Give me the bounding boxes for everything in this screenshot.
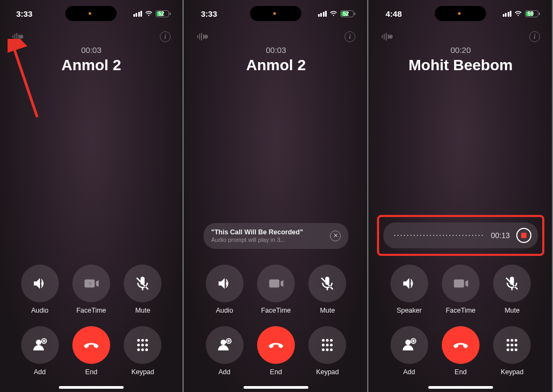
svg-point-44	[507, 344, 509, 347]
keypad-label: Keypad	[316, 368, 339, 376]
info-icon[interactable]: i	[345, 31, 355, 42]
add-call-button[interactable]	[206, 326, 244, 364]
end-call-button[interactable]	[72, 326, 110, 364]
audio-button[interactable]	[21, 265, 59, 302]
svg-point-49	[515, 348, 517, 351]
svg-point-16	[141, 348, 144, 351]
recording-banner: 00:13	[383, 222, 538, 248]
phone-screen-2: 3:33 52 i 00:03 Anmol 2 "This Call Will …	[185, 0, 368, 392]
end-call-button[interactable]	[442, 326, 480, 364]
prompt-subtitle: Audio prompt will play in 3...	[211, 236, 303, 244]
battery-icon: 59	[525, 10, 540, 17]
call-header: 00:03 Anmol 2	[0, 45, 183, 74]
facetime-button[interactable]	[442, 265, 480, 302]
add-label: Add	[34, 368, 46, 376]
call-header: 00:20 Mohit Beebom	[369, 45, 552, 74]
wifi-icon	[145, 11, 153, 17]
svg-point-33	[330, 348, 333, 351]
facetime-label: FaceTime	[76, 307, 106, 314]
svg-point-15	[137, 348, 140, 351]
call-button-grid: Speaker FaceTime Mute Add End Keypad	[369, 265, 552, 376]
svg-point-11	[145, 339, 148, 342]
add-label: Add	[219, 368, 231, 376]
prompt-close-button[interactable]: ✕	[330, 231, 341, 241]
end-call-button[interactable]	[257, 326, 295, 364]
svg-point-4	[19, 35, 23, 38]
svg-point-10	[141, 339, 144, 342]
svg-point-27	[330, 339, 333, 342]
call-button-grid: Audio FaceTime Mute Add End Keypad	[185, 265, 367, 376]
svg-point-39	[405, 340, 410, 345]
svg-point-28	[322, 344, 325, 347]
end-label: End	[270, 368, 282, 376]
svg-point-23	[220, 340, 226, 345]
keypad-button[interactable]	[493, 326, 531, 364]
svg-point-46	[515, 344, 517, 347]
mute-label: Mute	[135, 307, 150, 314]
add-label: Add	[403, 368, 415, 376]
record-waveform-icon[interactable]	[197, 32, 208, 41]
home-indicator[interactable]	[244, 386, 308, 389]
status-time: 3:33	[201, 9, 233, 18]
record-waveform-icon[interactable]	[381, 32, 393, 41]
svg-point-30	[330, 344, 333, 347]
status-bar: 3:33 52	[185, 0, 367, 22]
end-label: End	[455, 368, 467, 376]
info-icon[interactable]: i	[529, 31, 540, 42]
facetime-button[interactable]	[257, 265, 295, 302]
phone-screen-1: 3:33 52 i 00:03 Anmol 2 Audio ?FaceTime …	[0, 0, 184, 392]
status-time: 4:48	[386, 9, 418, 18]
mute-button[interactable]	[493, 265, 531, 302]
facetime-button[interactable]: ?	[72, 265, 110, 302]
recording-waveform	[393, 235, 484, 236]
mute-button[interactable]	[124, 265, 161, 302]
home-indicator[interactable]	[59, 386, 124, 389]
dynamic-island[interactable]	[250, 6, 301, 21]
svg-point-43	[515, 339, 517, 342]
svg-point-29	[326, 344, 329, 347]
recording-prompt-banner: "This Call Will Be Recorded" Audio promp…	[204, 223, 348, 249]
svg-point-17	[145, 348, 148, 351]
call-header: 00:03 Anmol 2	[185, 45, 367, 74]
recording-elapsed: 00:13	[491, 231, 510, 240]
cellular-signal-icon	[503, 11, 512, 17]
audio-label: Audio	[31, 307, 49, 314]
status-right: 52	[318, 10, 356, 17]
cellular-signal-icon	[318, 11, 327, 17]
stop-recording-button[interactable]	[516, 228, 531, 243]
svg-point-45	[511, 344, 514, 347]
facetime-label: FaceTime	[261, 307, 291, 314]
dynamic-island[interactable]	[65, 6, 117, 21]
mute-button[interactable]	[308, 265, 346, 302]
status-right: 59	[503, 10, 541, 17]
caller-name: Anmol 2	[0, 57, 183, 74]
call-top-icons: i	[369, 22, 552, 42]
audio-label: Audio	[216, 307, 233, 314]
add-call-button[interactable]	[390, 326, 428, 364]
svg-point-13	[141, 344, 144, 347]
speaker-label: Speaker	[396, 307, 422, 314]
keypad-button[interactable]	[308, 326, 346, 364]
keypad-button[interactable]	[124, 326, 161, 364]
svg-text:?: ?	[89, 281, 91, 287]
svg-point-25	[322, 339, 325, 342]
record-waveform-icon[interactable]	[12, 32, 24, 41]
svg-point-38	[389, 35, 393, 38]
call-duration: 00:03	[0, 45, 183, 55]
status-right: 52	[133, 10, 171, 17]
mute-label: Mute	[504, 307, 520, 314]
status-time: 3:33	[16, 9, 49, 18]
speaker-button[interactable]	[390, 265, 428, 302]
audio-button[interactable]	[206, 265, 244, 302]
home-indicator[interactable]	[428, 386, 493, 389]
info-icon[interactable]: i	[160, 31, 171, 42]
call-duration: 00:03	[185, 45, 367, 55]
status-bar: 3:33 52	[0, 0, 183, 22]
prompt-title: "This Call Will Be Recorded"	[211, 228, 303, 236]
svg-point-12	[137, 344, 140, 347]
call-top-icons: i	[185, 22, 367, 42]
dynamic-island[interactable]	[435, 6, 486, 21]
call-button-grid: Audio ?FaceTime Mute Add End Keypad	[0, 265, 183, 376]
svg-point-22	[204, 35, 208, 38]
add-call-button[interactable]	[21, 326, 59, 364]
